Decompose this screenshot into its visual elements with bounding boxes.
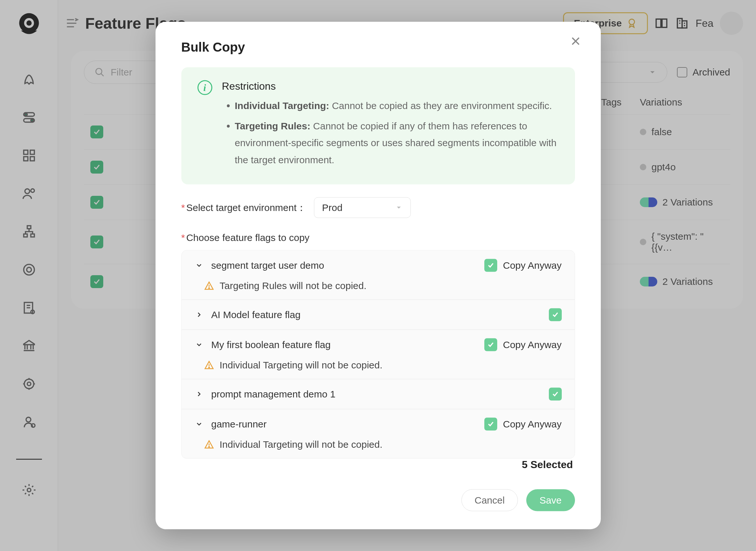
chevron-down-icon[interactable]: [195, 340, 204, 349]
copy-item-checkbox[interactable]: [549, 388, 562, 401]
copy-item-warning: Targeting Rules will not be copied.: [181, 281, 575, 300]
selected-count: 5 Selected: [522, 459, 573, 471]
chevron-right-icon[interactable]: [195, 310, 204, 320]
restriction-rules: Targeting Rules: Cannot be copied if any…: [235, 117, 559, 168]
choose-flags-label: *Choose feature flags to copy: [181, 232, 575, 243]
copy-anyway-label: Copy Anyway: [503, 340, 562, 350]
copy-anyway-label: Copy Anyway: [503, 260, 562, 271]
copy-item-name: game-runner: [211, 419, 476, 430]
copy-flags-panel: segment target user demo Copy Anyway Tar…: [181, 250, 575, 459]
bulk-copy-modal: Bulk Copy i Restrictions Individual Targ…: [155, 22, 601, 529]
copy-item-name: AI Model feature flag: [211, 310, 541, 320]
info-icon: i: [198, 80, 212, 95]
copy-item: game-runner Copy Anyway Individual Targe…: [181, 409, 575, 458]
restrictions-heading: Restrictions: [222, 80, 559, 92]
env-selected-value: Prod: [322, 202, 342, 213]
restriction-individual: Individual Targeting: Cannot be copied a…: [235, 97, 559, 114]
copy-item-name: My first boolean feature flag: [211, 340, 476, 350]
copy-anyway-label: Copy Anyway: [503, 419, 562, 430]
warning-icon: [204, 360, 214, 370]
copy-item: AI Model feature flag: [181, 300, 575, 330]
copy-item-name: prompt management demo 1: [211, 389, 541, 400]
copy-item-checkbox[interactable]: [549, 309, 562, 321]
svg-point-28: [209, 288, 210, 289]
copy-anyway-checkbox[interactable]: Copy Anyway: [484, 418, 562, 431]
copy-item-name: segment target user demo: [211, 260, 476, 271]
env-select[interactable]: Prod: [314, 197, 411, 218]
copy-anyway-checkbox[interactable]: Copy Anyway: [484, 339, 562, 351]
close-icon[interactable]: [570, 35, 583, 48]
cancel-button[interactable]: Cancel: [461, 489, 518, 511]
copy-item: My first boolean feature flag Copy Anywa…: [181, 330, 575, 379]
warning-icon: [204, 281, 214, 291]
copy-item-warning: Individual Targeting will not be copied.: [181, 439, 575, 458]
warning-icon: [204, 440, 214, 449]
svg-point-30: [209, 447, 210, 448]
modal-title: Bulk Copy: [181, 40, 575, 54]
copy-item-warning: Individual Targeting will not be copied.: [181, 360, 575, 379]
chevron-right-icon[interactable]: [195, 390, 204, 399]
copy-item: prompt management demo 1: [181, 379, 575, 409]
chevron-down-icon[interactable]: [195, 261, 204, 270]
svg-point-29: [209, 367, 210, 368]
copy-item: segment target user demo Copy Anyway Tar…: [181, 251, 575, 300]
select-env-row: *Select target environment： Prod: [181, 197, 575, 218]
save-button[interactable]: Save: [526, 489, 575, 511]
chevron-down-icon[interactable]: [195, 420, 204, 429]
copy-anyway-checkbox[interactable]: Copy Anyway: [484, 259, 562, 272]
restrictions-panel: i Restrictions Individual Targeting: Can…: [181, 67, 575, 184]
